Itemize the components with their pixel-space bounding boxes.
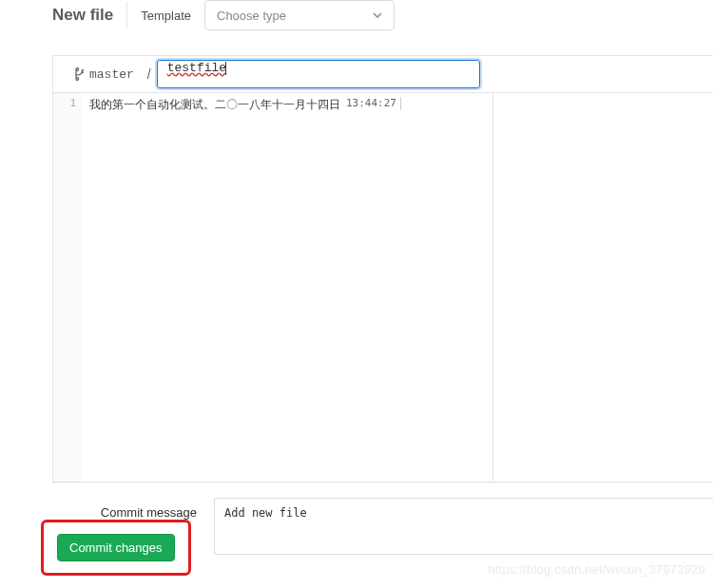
page-title: New file <box>52 6 113 25</box>
template-select-placeholder: Choose type <box>217 9 286 23</box>
editor-right-pane <box>492 93 713 482</box>
template-label: Template <box>141 9 191 23</box>
header-divider <box>126 2 127 28</box>
editor-content[interactable]: 我的第一个自动化测试。二〇一八年十一月十四日 13:44:27 <box>82 93 492 482</box>
line-number: 1 <box>53 97 76 109</box>
code-line-text: 我的第一个自动化测试。二〇一八年十一月十四日 <box>89 97 340 482</box>
code-line-time: 13:44:27 <box>346 97 401 110</box>
template-select[interactable]: Choose type <box>204 0 395 30</box>
editor-gutter: 1 <box>53 93 82 482</box>
commit-changes-button[interactable]: Commit changes <box>57 534 175 561</box>
path-separator: / <box>145 66 157 82</box>
watermark-text: https://blog.csdn.net/weixin_37973929 <box>488 562 705 577</box>
code-editor[interactable]: 1 我的第一个自动化测试。二〇一八年十一月十四日 13:44:27 <box>52 93 713 483</box>
commit-button-highlight: Commit changes <box>41 520 191 576</box>
branch-name: master <box>89 67 134 82</box>
filename-value: testfile <box>167 61 226 75</box>
file-path-bar: master / testfile <box>52 55 713 93</box>
filename-input[interactable]: testfile <box>157 60 480 88</box>
text-caret <box>225 62 226 75</box>
commit-message-input[interactable]: Add new file <box>214 498 713 555</box>
branch-selector[interactable]: master <box>63 67 145 82</box>
branch-icon <box>74 67 84 81</box>
chevron-down-icon <box>373 12 382 18</box>
